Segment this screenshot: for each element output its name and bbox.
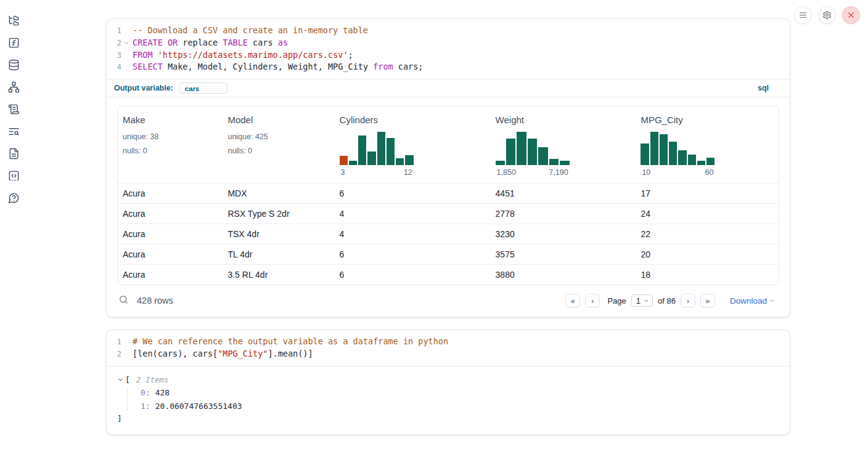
code-token: ; bbox=[348, 50, 353, 60]
table-cell: 2778 bbox=[491, 209, 636, 219]
output-entry: 0:428 bbox=[141, 388, 779, 397]
table-cell: 18 bbox=[636, 270, 779, 280]
database-icon[interactable] bbox=[7, 59, 20, 71]
output-variable-input[interactable]: cars bbox=[179, 83, 227, 94]
close-icon bbox=[846, 10, 856, 20]
axis-min-label: 3 bbox=[341, 168, 345, 177]
column-header-weight[interactable]: Weight1,8507,190 bbox=[491, 107, 636, 183]
table-row[interactable]: AcuraRSX Type S 2dr4277824 bbox=[118, 203, 779, 224]
gutter-spacer bbox=[121, 61, 131, 73]
code-token: as bbox=[278, 38, 288, 47]
column-header-model[interactable]: Modelunique: 425nulls: 0 bbox=[223, 107, 334, 183]
table-cell: 17 bbox=[636, 188, 779, 198]
histogram-bar bbox=[678, 150, 686, 165]
column-header-mpg_city[interactable]: MPG_City1060 bbox=[636, 107, 779, 183]
table-cell: 20 bbox=[636, 249, 779, 259]
table-cell: Acura bbox=[118, 270, 223, 280]
histogram-bar bbox=[528, 139, 537, 165]
column-header-cylinders[interactable]: Cylinders312 bbox=[335, 107, 491, 183]
table-cell: MDX bbox=[223, 188, 334, 198]
column-stat: unique: 425 bbox=[227, 132, 332, 142]
menu-button[interactable] bbox=[794, 6, 812, 24]
histogram-axis-labels: 312 bbox=[340, 168, 414, 177]
table-row[interactable]: Acura3.5 RL 4dr6388018 bbox=[118, 264, 779, 285]
code-line[interactable]: 1# We can reference the output variable … bbox=[107, 336, 790, 348]
table-cell: Acura bbox=[118, 249, 223, 259]
table-header: Makeunique: 38nulls: 0Modelunique: 425nu… bbox=[118, 107, 779, 183]
table-cell: 4 bbox=[335, 229, 491, 239]
column-header-make[interactable]: Makeunique: 38nulls: 0 bbox=[118, 107, 223, 183]
page-select-value: 1 bbox=[636, 296, 641, 305]
column-label: Model bbox=[227, 115, 332, 125]
gutter-spacer bbox=[121, 49, 131, 62]
histogram-bars bbox=[641, 132, 714, 165]
entry-value: 20.060747663551403 bbox=[155, 402, 242, 411]
table-cell: 3230 bbox=[491, 229, 636, 239]
fold-chevron-icon[interactable] bbox=[121, 37, 131, 49]
first-page-button[interactable]: « bbox=[565, 294, 580, 307]
table-footer: 428 rows « ‹ Page 1 of 86 › » Download bbox=[107, 285, 790, 317]
file-tree-icon[interactable] bbox=[7, 14, 20, 26]
histogram-bars bbox=[496, 132, 570, 165]
dependency-graph-icon[interactable] bbox=[7, 81, 20, 93]
table-cell: TSX 4dr bbox=[223, 229, 334, 239]
table-cell: 6 bbox=[335, 188, 491, 198]
line-number: 1 bbox=[107, 336, 121, 348]
function-icon[interactable] bbox=[7, 36, 20, 49]
items-count-label: 2 Items bbox=[136, 375, 169, 384]
shutdown-button[interactable] bbox=[842, 6, 860, 24]
document-icon[interactable] bbox=[7, 147, 20, 160]
python-code-editor[interactable]: 1# We can reference the output variable … bbox=[107, 330, 790, 366]
code-line[interactable]: 3FROM 'https://datasets.marimo.app/cars.… bbox=[107, 49, 790, 62]
page-select[interactable]: 1 bbox=[631, 294, 653, 307]
code-token: Make, Model, Cylinders, Weight, MPG_City bbox=[163, 62, 373, 71]
marimo-notebook-page: { "colors": { "hist_green": "#116b57", "… bbox=[0, 0, 868, 449]
table-row[interactable]: AcuraMDX6445117 bbox=[118, 183, 779, 203]
histogram-bar bbox=[349, 161, 357, 165]
code-token: from bbox=[373, 62, 393, 71]
snippets-icon[interactable] bbox=[7, 169, 20, 182]
table-row[interactable]: AcuraTL 4dr6357520 bbox=[118, 244, 779, 264]
search-icon[interactable] bbox=[118, 294, 129, 307]
scroll-log-icon[interactable] bbox=[7, 103, 20, 115]
output-variable-row: Output variable: cars sql bbox=[107, 79, 790, 97]
last-page-button[interactable]: » bbox=[700, 294, 715, 307]
code-line[interactable]: 1-- Download a CSV and create an in-memo… bbox=[107, 25, 790, 37]
next-page-button[interactable]: › bbox=[681, 294, 695, 307]
collapse-chevron-icon[interactable] bbox=[117, 376, 124, 383]
settings-button[interactable] bbox=[818, 6, 836, 24]
histogram-bar bbox=[538, 147, 547, 165]
output-entry: 1:20.060747663551403 bbox=[141, 402, 779, 411]
histogram-bar bbox=[387, 138, 395, 165]
notebook-actions bbox=[794, 6, 860, 24]
line-number: 3 bbox=[107, 49, 121, 62]
python-output: [ 2 Items 0:4281:20.060747663551403 ] bbox=[107, 366, 790, 434]
sql-cell: 1-- Download a CSV and create an in-memo… bbox=[106, 18, 790, 317]
sql-code-editor[interactable]: 1-- Download a CSV and create an in-memo… bbox=[107, 19, 790, 79]
gutter-spacer bbox=[121, 25, 131, 37]
open-bracket: [ bbox=[125, 375, 130, 384]
code-token: # We can reference the output variable a… bbox=[133, 336, 448, 346]
code-line[interactable]: 2[len(cars), cars["MPG_City"].mean()] bbox=[107, 348, 790, 360]
histogram-bar bbox=[517, 132, 526, 165]
column-stat: nulls: 0 bbox=[227, 146, 332, 156]
table-cell: 3.5 RL 4dr bbox=[223, 270, 334, 280]
notebook-main: 1-- Download a CSV and create an in-memo… bbox=[106, 18, 790, 435]
language-badge[interactable]: sql bbox=[758, 84, 769, 92]
code-token bbox=[153, 50, 158, 60]
code-line[interactable]: 4SELECT Make, Model, Cylinders, Weight, … bbox=[107, 61, 790, 73]
code-token: ].mean()] bbox=[268, 349, 313, 358]
close-bracket: ] bbox=[117, 414, 779, 423]
prev-page-button[interactable]: ‹ bbox=[585, 294, 600, 307]
histogram-bar bbox=[650, 132, 658, 165]
table-row[interactable]: AcuraTSX 4dr4323022 bbox=[118, 224, 779, 244]
help-icon[interactable] bbox=[7, 192, 20, 204]
python-cell: 1# We can reference the output variable … bbox=[106, 330, 790, 435]
code-text: FROM 'https://datasets.marimo.app/cars.c… bbox=[131, 49, 353, 62]
code-line[interactable]: 2CREATE OR replace TABLE cars as bbox=[107, 37, 790, 49]
output-entries: 0:4281:20.060747663551403 bbox=[127, 388, 779, 411]
table-cell: 6 bbox=[335, 249, 491, 259]
download-button[interactable]: Download bbox=[730, 296, 775, 305]
list-search-icon[interactable] bbox=[7, 125, 20, 137]
code-token: [len(cars), cars[ bbox=[133, 349, 218, 358]
